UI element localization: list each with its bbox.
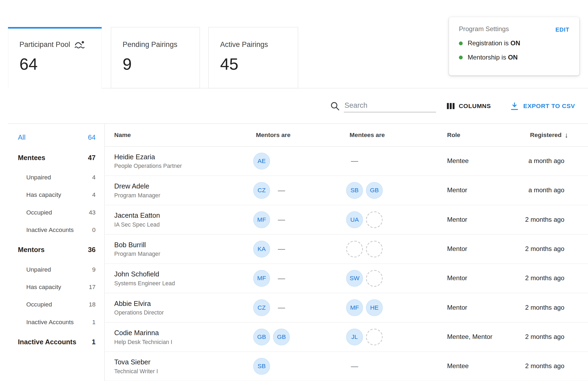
participant-job-title: People Operations Partner — [114, 162, 244, 169]
participant-role: Mentee — [430, 362, 498, 370]
participant-pool-panel: All64Mentees47Unpaired4Has capacity4Occu… — [8, 123, 588, 381]
sidebar-filter-has-capacity[interactable]: Has capacity17 — [8, 278, 104, 296]
avatar: KA — [253, 241, 270, 257]
mentors-cell: GBGB — [244, 329, 337, 345]
table-row[interactable]: Tova Sieber Technical Writer I SB — Ment… — [105, 352, 588, 381]
mentors-cell: MF— — [244, 211, 337, 228]
mentees-cell: — — [337, 157, 430, 165]
sidebar-filter-occupied[interactable]: Occupied18 — [8, 296, 104, 313]
table-row[interactable]: Heidie Ezaria People Operations Partner … — [105, 147, 588, 176]
participant-name: Bob Burrill — [114, 241, 244, 249]
tab-label: Participant Pool — [19, 40, 70, 49]
table-row[interactable]: Codie Marinna Help Desk Technician I GBG… — [105, 323, 588, 352]
table-row[interactable]: Drew Adele Program Manager CZ— SBGB Ment… — [105, 176, 588, 205]
table-row[interactable]: Jacenta Eatton IA Sec Spec Lead MF— UA M… — [105, 205, 588, 235]
filter-label: Inactive Accounts — [18, 338, 76, 346]
filter-count: 9 — [92, 266, 96, 273]
no-pairing-dash: — — [346, 362, 363, 371]
filter-label: Has capacity — [26, 191, 61, 198]
empty-avatar-slot — [366, 270, 383, 287]
search-icon — [330, 101, 340, 111]
tab-participant-pool[interactable]: Participant Pool 64 — [8, 27, 102, 88]
name-cell: Codie Marinna Help Desk Technician I — [105, 329, 244, 345]
sidebar-filter-inactive-accounts[interactable]: Inactive Accounts1 — [8, 331, 104, 353]
sidebar-filter-mentees[interactable]: Mentees47 — [8, 147, 104, 169]
column-header-name[interactable]: Name — [105, 132, 244, 139]
export-button-label: EXPORT TO CSV — [523, 103, 575, 110]
sidebar-filter-inactive-accounts[interactable]: Inactive Accounts1 — [8, 313, 104, 331]
tab-label: Active Pairings — [220, 40, 268, 49]
edit-button[interactable]: EDIT — [555, 26, 569, 32]
sidebar-filter-all[interactable]: All64 — [8, 128, 104, 147]
avatar: SB — [346, 182, 363, 199]
participant-name: Drew Adele — [114, 182, 244, 190]
sidebar-filter-has-capacity[interactable]: Has capacity4 — [8, 186, 104, 204]
filter-count: 64 — [88, 134, 95, 142]
no-pairing-dash: — — [273, 304, 290, 312]
tab-active-pairings[interactable]: Active Pairings 45 — [208, 27, 298, 88]
sidebar-filter-unpaired[interactable]: Unpaired4 — [8, 169, 104, 186]
participant-job-title: Systems Engineer Lead — [114, 280, 244, 286]
sidebar-filter-mentors[interactable]: Mentors36 — [8, 239, 104, 261]
participant-job-title: Program Manager — [114, 251, 244, 257]
column-header-registered[interactable]: Registered ↓ — [498, 131, 588, 139]
no-pairing-dash: — — [273, 274, 290, 283]
participant-role: Mentee, Mentor — [430, 333, 498, 341]
avatar: GB — [273, 329, 290, 345]
name-cell: Bob Burrill Program Manager — [105, 241, 244, 257]
filter-label: Inactive Accounts — [26, 227, 74, 234]
table-toolbar: COLUMNS EXPORT TO CSV — [8, 88, 588, 124]
mentees-cell: — — [337, 362, 430, 371]
name-cell: Drew Adele Program Manager — [105, 182, 244, 198]
avatar: AE — [253, 153, 270, 169]
participant-role: Mentor — [430, 216, 498, 223]
no-pairing-dash: — — [273, 245, 290, 253]
filter-count: 1 — [92, 319, 96, 326]
participant-role: Mentor — [430, 304, 498, 311]
registered-header-label: Registered — [530, 132, 561, 139]
column-header-role[interactable]: Role — [430, 132, 498, 139]
filter-count: 36 — [88, 246, 95, 254]
name-cell: Heidie Ezaria People Operations Partner — [105, 153, 244, 169]
tab-count: 64 — [19, 55, 102, 74]
mentors-cell: KA— — [244, 241, 337, 257]
table-row[interactable]: John Schofield Systems Engineer Lead MF—… — [105, 264, 588, 293]
tab-label: Pending Pairings — [123, 40, 177, 49]
avatar: JL — [346, 329, 363, 345]
table-row[interactable]: Abbie Elvira Operations Director CZ— MFH… — [105, 293, 588, 323]
table-row[interactable]: Bob Burrill Program Manager KA— Mentor 2… — [105, 235, 588, 264]
search-input[interactable] — [344, 100, 436, 112]
sidebar-filter-unpaired[interactable]: Unpaired9 — [8, 261, 104, 278]
empty-avatar-slot — [366, 329, 383, 345]
sort-desc-icon: ↓ — [565, 131, 568, 139]
avatar: HE — [366, 299, 383, 316]
columns-button[interactable]: COLUMNS — [446, 102, 491, 110]
empty-avatar-slot — [366, 241, 383, 257]
mentees-cell: SBGB — [337, 182, 430, 199]
name-cell: Tova Sieber Technical Writer I — [105, 358, 244, 375]
sidebar-filter-inactive-accounts[interactable]: Inactive Accounts0 — [8, 221, 104, 239]
name-cell: John Schofield Systems Engineer Lead — [105, 270, 244, 286]
name-cell: Jacenta Eatton IA Sec Spec Lead — [105, 212, 244, 228]
app-window: Participant Pool 64 Pending Pairings 9 A… — [0, 0, 588, 381]
participant-role: Mentee — [430, 157, 498, 165]
filter-count: 0 — [92, 227, 96, 234]
participant-name: Abbie Elvira — [114, 300, 244, 308]
participant-name: Tova Sieber — [114, 358, 244, 367]
export-to-csv-button[interactable]: EXPORT TO CSV — [510, 102, 575, 111]
registered-date: a month ago — [498, 187, 588, 194]
avatar: MF — [253, 211, 270, 228]
mentors-cell: CZ— — [244, 299, 337, 316]
filter-label: Occupied — [26, 209, 52, 216]
participant-table: Name Mentors are Mentees are Role Regist… — [105, 124, 588, 381]
registration-status-text: Registration is ON — [468, 40, 520, 47]
registration-status: Registration is ON — [459, 40, 569, 47]
column-header-mentees[interactable]: Mentees are — [337, 132, 430, 139]
sidebar-filter-occupied[interactable]: Occupied43 — [8, 204, 104, 221]
tab-pending-pairings[interactable]: Pending Pairings 9 — [111, 27, 200, 88]
participant-job-title: Operations Director — [114, 309, 244, 316]
column-header-mentors[interactable]: Mentors are — [244, 132, 337, 139]
registered-date: 2 months ago — [498, 245, 588, 253]
filter-count: 17 — [89, 284, 95, 291]
avatar: CZ — [253, 299, 270, 316]
